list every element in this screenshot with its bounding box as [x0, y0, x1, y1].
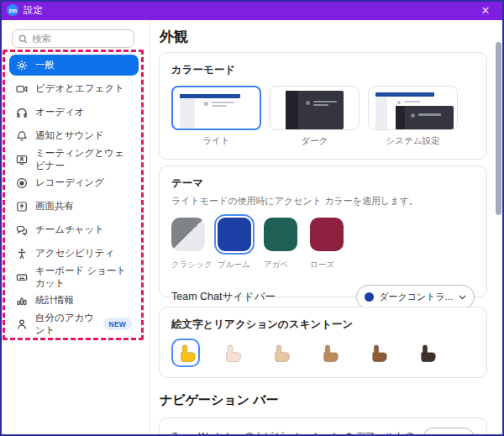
color-mode-option-system[interactable]: システム設定 [368, 86, 458, 147]
accessibility-person-icon [16, 248, 28, 260]
thumbs-up-icon [415, 342, 438, 365]
theme-subtitle: ライトモードの使用時にアクセント カラーを適用します。 [171, 195, 475, 207]
screen-share-icon [16, 201, 28, 213]
navigation-bar-card: Zoom Workplaceのナビゲーション バーをデフォルトの順序に戻します … [159, 418, 487, 436]
rose-color-swatch [310, 218, 344, 251]
teamchat-sidebar-row: Team Chatサイドバー ダークコントラ... [171, 285, 475, 309]
meeting-monitor-icon [16, 154, 28, 165]
sidebar-menu: 一般 ビデオとエフェクト オーディオ 通知とサウンド [9, 55, 139, 337]
system-mode-thumbnail [368, 86, 458, 130]
skin-tone-title: 絵文字とリアクションのスキントーン [171, 318, 475, 332]
window-title: 設定 [24, 4, 43, 17]
sidebar-item-accessibility[interactable]: アクセシビリティ [9, 243, 139, 264]
sidebar: 検索 一般 ビデオとエフェクト オーディオ [2, 20, 150, 436]
sidebar-item-statistics[interactable]: 統計情報 [9, 290, 139, 311]
zoom-app-icon: zm [7, 4, 18, 16]
sidebar-item-meetings-webinars[interactable]: ミーティングとウェビナー [9, 149, 139, 170]
sidebar-item-label: 一般 [35, 59, 55, 71]
sidebar-item-screen-share[interactable]: 画面共有 [9, 196, 139, 217]
thumbs-up-icon [318, 342, 340, 365]
theme-swatch-bloom[interactable]: ブルーム [218, 218, 251, 271]
titlebar: zm 設定 ✕ [0, 0, 504, 20]
sidebar-item-label: レコーディング [35, 176, 104, 189]
settings-window: zm 設定 ✕ 検索 一般 ビデオとエフェクト [0, 0, 504, 436]
search-icon [18, 34, 28, 44]
bar-chart-icon [16, 295, 28, 307]
navigation-bar-row-text: Zoom Workplaceのナビゲーション バーをデフォルトの順序に戻します [171, 428, 423, 436]
sidebar-item-label: 通知とサウンド [35, 129, 104, 142]
skin-tone-options [171, 339, 475, 367]
color-mode-title: カラーモード [171, 63, 475, 77]
chat-bubbles-icon [16, 224, 28, 236]
sidebar-item-notifications[interactable]: 通知とサウンド [9, 125, 139, 146]
color-mode-option-dark[interactable]: ダーク [270, 86, 360, 147]
skin-tone-option-2[interactable] [217, 339, 245, 367]
sidebar-item-label: チームチャット [35, 223, 104, 236]
skin-tone-option-4[interactable] [314, 339, 343, 367]
sidebar-item-label: アクセシビリティ [35, 247, 114, 260]
search-placeholder: 検索 [32, 33, 51, 45]
sidebar-item-label: 画面共有 [35, 200, 74, 213]
theme-swatch-rose[interactable]: ローズ [310, 218, 344, 271]
theme-title: テーマ [171, 176, 475, 191]
color-mode-label: ダーク [270, 135, 360, 147]
headphones-icon [16, 107, 28, 118]
reset-navigation-button[interactable]: リセット [423, 428, 475, 436]
color-mode-card: カラーモード ライト [159, 52, 487, 160]
theme-card: テーマ ライトモードの使用時にアクセント カラーを適用します。 クラシック ブル… [159, 165, 487, 297]
record-icon [16, 177, 28, 189]
skin-tone-card: 絵文字とリアクションのスキントーン [159, 307, 487, 378]
new-badge: NEW [103, 318, 132, 330]
sidebar-item-label: 自分のアカウント [35, 312, 103, 337]
color-mode-label: システム設定 [368, 135, 458, 147]
sidebar-item-label: ビデオとエフェクト [35, 82, 124, 95]
vertical-scrollbar[interactable] [496, 42, 501, 215]
navigation-bar-title: ナビゲーション バー [160, 392, 279, 408]
dropdown-value: ダークコントラ... [379, 291, 453, 303]
thumbs-up-icon [220, 342, 243, 365]
light-mode-thumbnail [171, 86, 261, 130]
sidebar-item-audio[interactable]: オーディオ [9, 102, 139, 123]
page-title: 外観 [160, 27, 188, 46]
teamchat-color-dropdown[interactable]: ダークコントラ... [356, 285, 475, 309]
sidebar-item-team-chat[interactable]: チームチャット [9, 219, 139, 240]
close-icon[interactable]: ✕ [474, 4, 497, 17]
thumbs-up-icon [175, 342, 197, 365]
swatch-label: クラシック [171, 260, 205, 271]
search-input[interactable]: 検索 [12, 29, 134, 48]
theme-swatch-agave[interactable]: アガベ [264, 218, 297, 271]
sidebar-item-keyboard-shortcuts[interactable]: キーボード ショートカット [9, 266, 139, 287]
sidebar-item-label: 統計情報 [35, 294, 74, 307]
dropdown-color-dot [365, 292, 374, 302]
dark-mode-thumbnail [270, 86, 360, 130]
sidebar-item-label: キーボード ショートカット [35, 265, 132, 290]
chevron-down-icon [459, 295, 466, 300]
sidebar-item-my-account[interactable]: 自分のアカウント NEW [9, 313, 139, 334]
swatch-label: ローズ [310, 260, 344, 271]
color-mode-option-light[interactable]: ライト [171, 86, 261, 147]
skin-tone-option-6[interactable] [412, 339, 440, 367]
color-mode-label: ライト [171, 135, 261, 147]
skin-tone-option-5[interactable] [363, 339, 391, 367]
main-content: 外観 カラーモード ライト [151, 20, 504, 436]
teamchat-sidebar-label: Team Chatサイドバー [171, 290, 276, 304]
theme-swatches: クラシック ブルーム アガベ ローズ [171, 218, 475, 271]
classic-color-swatch [171, 218, 205, 251]
account-person-icon [16, 318, 28, 330]
sidebar-item-general[interactable]: 一般 [9, 55, 139, 76]
skin-tone-option-3[interactable] [265, 339, 294, 367]
thumbs-up-icon [366, 342, 389, 365]
bell-icon [16, 130, 28, 142]
skin-tone-option-1[interactable] [171, 339, 200, 367]
theme-swatch-classic[interactable]: クラシック [171, 218, 205, 271]
swatch-label: アガベ [264, 260, 297, 271]
keyboard-icon [16, 271, 28, 283]
video-camera-icon [16, 83, 28, 95]
thumbs-up-icon [269, 342, 291, 365]
sidebar-item-recording[interactable]: レコーディング [9, 172, 139, 193]
sidebar-item-label: ミーティングとウェビナー [35, 147, 132, 172]
agave-color-swatch [264, 218, 297, 251]
sidebar-item-label: オーディオ [35, 106, 85, 118]
sidebar-item-video[interactable]: ビデオとエフェクト [9, 78, 139, 99]
bloom-color-swatch [218, 218, 251, 251]
